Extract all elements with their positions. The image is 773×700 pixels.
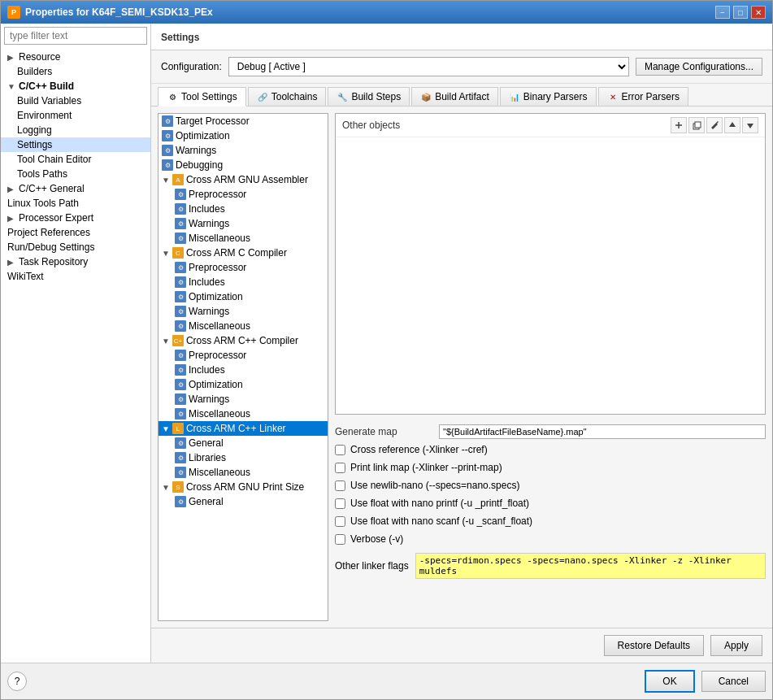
use-newlib-nano-checkbox[interactable] [335,480,345,491]
tab-build-steps[interactable]: 🔧 Build Steps [328,87,410,106]
sidebar-item-project-references[interactable]: Project References [1,225,150,240]
tree-optimization[interactable]: ⚙ Optimization [159,128,328,143]
sidebar-item-builders[interactable]: Builders [1,64,150,79]
print-link-map-checkbox[interactable] [335,463,345,473]
sidebar-label-builders: Builders [17,66,52,77]
sidebar-item-logging[interactable]: Logging [1,123,150,137]
linker-general-icon: ⚙ [175,437,186,449]
tree-cross-arm-cpp-linker[interactable]: ▼ L Cross ARM C++ Linker [159,421,328,436]
tree-label-assembler-preprocessor: Preprocessor [189,189,246,200]
linker-misc-panel: Other objects [335,113,766,621]
edit-object-button[interactable] [706,117,723,133]
toolchains-icon: 🔗 [257,91,268,102]
move-up-button[interactable] [724,117,740,133]
close-button[interactable]: ✕ [751,6,766,19]
config-select[interactable]: Debug [ Active ] [228,57,629,76]
tree-cpp-misc[interactable]: ⚙ Miscellaneous [159,407,328,421]
target-processor-icon: ⚙ [162,115,173,127]
objects-toolbar [671,117,758,133]
filter-input[interactable] [4,27,147,45]
use-float-scanf-checkbox[interactable] [335,516,345,527]
tree-label-c-warnings: Warnings [189,306,229,317]
tree-cross-arm-cpp-compiler[interactable]: ▼ C+ Cross ARM C++ Compiler [159,333,328,348]
move-down-button[interactable] [742,117,758,133]
tree-assembler-includes[interactable]: ⚙ Includes [159,202,328,216]
help-button[interactable]: ? [7,672,27,691]
cpp-linker-expand-icon: ▼ [162,424,170,433]
tree-label-cross-arm-gnu-print-size: Cross ARM GNU Print Size [186,481,304,493]
use-float-printf-checkbox[interactable] [335,498,345,509]
tree-assembler-preprocessor[interactable]: ⚙ Preprocessor [159,187,328,202]
tab-toolchains[interactable]: 🔗 Toolchains [248,87,327,106]
sidebar-item-task-repository[interactable]: ▶ Task Repository [1,254,150,269]
tree-debugging[interactable]: ⚙ Debugging [159,158,328,172]
tab-error-parsers[interactable]: ✕ Error Parsers [598,87,688,106]
tree-cpp-includes[interactable]: ⚙ Includes [159,363,328,377]
tree-cpp-warnings[interactable]: ⚙ Warnings [159,392,328,407]
sidebar-label-linux-tools: Linux Tools Path [7,198,79,209]
tree-cross-arm-c-compiler[interactable]: ▼ C Cross ARM C Compiler [159,246,328,260]
expand-icon-task: ▶ [7,258,15,267]
manage-configurations-button[interactable]: Manage Configurations... [636,58,762,76]
tree-label-c-misc: Miscellaneous [189,320,250,332]
tree-cpp-optimization[interactable]: ⚙ Optimization [159,377,328,392]
tree-cross-arm-gnu-assembler[interactable]: ▼ A Cross ARM GNU Assembler [159,172,328,187]
tree-c-includes[interactable]: ⚙ Includes [159,275,328,289]
sidebar-item-c-cpp-general[interactable]: ▶ C/C++ General [1,181,150,196]
tree-cross-arm-gnu-print-size[interactable]: ▼ S Cross ARM GNU Print Size [159,480,328,494]
sidebar-item-resource[interactable]: ▶ Resource [1,50,150,64]
tree-assembler-misc[interactable]: ⚙ Miscellaneous [159,231,328,246]
tree-linker-general[interactable]: ⚙ General [159,436,328,450]
sidebar-item-processor-expert[interactable]: ▶ Processor Expert [1,211,150,225]
sidebar-item-build-variables[interactable]: Build Variables [1,93,150,108]
sidebar-item-tools-paths[interactable]: Tools Paths [1,167,150,181]
copy-object-button[interactable] [688,117,705,133]
edit-icon [710,120,719,130]
sidebar-item-c-cpp-build[interactable]: ▼ C/C++ Build [1,79,150,93]
cpp-preprocessor-icon: ⚙ [175,350,186,361]
tree-linker-libraries[interactable]: ⚙ Libraries [159,450,328,465]
minimize-button[interactable]: − [715,6,730,19]
tool-settings-icon: ⚙ [167,91,178,102]
generate-map-input[interactable] [439,424,766,439]
verbose-checkbox[interactable] [335,534,345,545]
maximize-button[interactable]: □ [733,6,748,19]
tool-settings-tree: ⚙ Target Processor ⚙ Optimization ⚙ Warn… [158,113,328,621]
sidebar-item-wikitext[interactable]: WikiText [1,269,150,284]
copy-icon [692,120,701,130]
tab-binary-parsers[interactable]: 📊 Binary Parsers [500,87,597,106]
print-link-map-label: Print link map (-Xlinker --print-map) [350,462,502,473]
verbose-row: Verbose (-v) [335,532,766,546]
sidebar-item-tool-chain-editor[interactable]: Tool Chain Editor [1,152,150,167]
c-optimization-icon: ⚙ [175,291,186,302]
apply-button[interactable]: Apply [710,635,762,656]
sidebar-item-linux-tools-path[interactable]: Linux Tools Path [1,196,150,211]
other-flags-value[interactable]: -specs=rdimon.specs -specs=nano.specs -X… [415,553,766,579]
tree-c-misc[interactable]: ⚙ Miscellaneous [159,319,328,333]
c-compiler-icon: C [172,247,184,259]
sidebar-item-run-debug-settings[interactable]: Run/Debug Settings [1,240,150,254]
tree-cpp-preprocessor[interactable]: ⚙ Preprocessor [159,348,328,363]
sidebar-item-settings[interactable]: Settings [1,137,150,152]
sidebar-item-environment[interactable]: Environment [1,108,150,123]
add-object-button[interactable] [671,117,687,133]
tree-target-processor[interactable]: ⚙ Target Processor [159,114,328,128]
use-newlib-nano-label: Use newlib-nano (--specs=nano.specs) [350,480,519,491]
tree-c-preprocessor[interactable]: ⚙ Preprocessor [159,260,328,275]
cross-reference-checkbox[interactable] [335,445,345,455]
cancel-button[interactable]: Cancel [701,671,766,692]
tab-build-artifact[interactable]: 📦 Build Artifact [411,87,498,106]
use-float-scanf-label: Use float with nano scanf (-u _scanf_flo… [350,515,532,527]
tree-assembler-warnings[interactable]: ⚙ Warnings [159,216,328,231]
tree-warnings[interactable]: ⚙ Warnings [159,143,328,158]
ok-button[interactable]: OK [645,670,694,693]
restore-defaults-button[interactable]: Restore Defaults [604,635,704,656]
tree-linker-misc[interactable]: ⚙ Miscellaneous [159,465,328,480]
tab-tool-settings[interactable]: ⚙ Tool Settings [158,87,246,107]
use-newlib-nano-row: Use newlib-nano (--specs=nano.specs) [335,478,766,493]
objects-panel-title: Other objects [342,120,400,131]
sidebar-label-tool-chain-editor: Tool Chain Editor [17,154,91,165]
tree-c-warnings[interactable]: ⚙ Warnings [159,304,328,319]
tree-c-optimization[interactable]: ⚙ Optimization [159,289,328,304]
tree-print-size-general[interactable]: ⚙ General [159,494,328,509]
